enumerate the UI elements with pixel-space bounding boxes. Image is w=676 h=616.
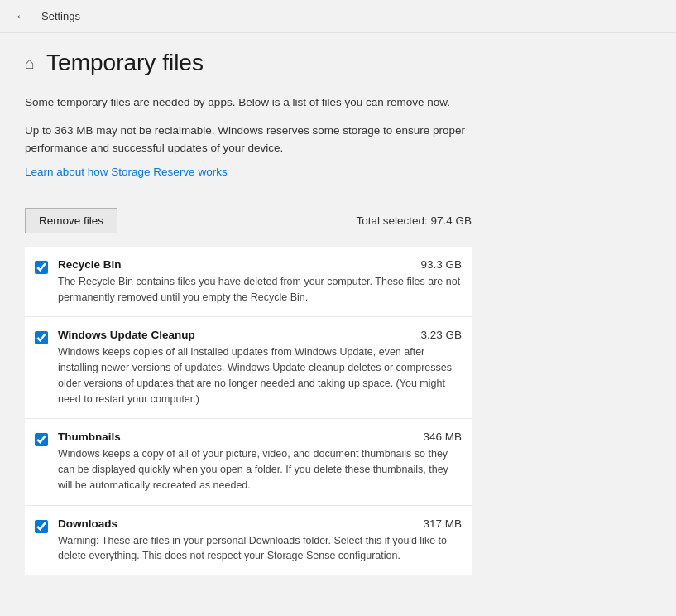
file-header-row: Recycle Bin 93.3 GB — [58, 258, 462, 271]
file-name: Downloads — [58, 517, 117, 530]
file-checkbox-wrap[interactable] — [35, 261, 48, 277]
file-header-row: Thumbnails 346 MB — [58, 431, 462, 443]
file-item: Recycle Bin 93.3 GB The Recycle Bin cont… — [25, 247, 472, 318]
back-button[interactable]: ← — [10, 7, 33, 26]
file-checkbox-3[interactable] — [35, 520, 48, 533]
description-text: Some temporary files are needed by apps.… — [25, 94, 472, 111]
file-checkbox-wrap[interactable] — [35, 520, 48, 536]
back-icon: ← — [15, 9, 28, 24]
file-checkbox-0[interactable] — [35, 261, 48, 274]
file-checkbox-wrap[interactable] — [35, 433, 48, 449]
file-item: Windows Update Cleanup 3.23 GB Windows k… — [25, 317, 472, 419]
file-item: Thumbnails 346 MB Windows keeps a copy o… — [25, 419, 472, 505]
file-description: Windows keeps a copy of all of your pict… — [58, 446, 462, 493]
page-header: ⌂ Temporary files — [25, 50, 472, 76]
file-info: Recycle Bin 93.3 GB The Recycle Bin cont… — [58, 258, 462, 306]
titlebar-title: Settings — [41, 10, 80, 22]
file-size: 317 MB — [423, 517, 462, 530]
file-info: Thumbnails 346 MB Windows keeps a copy o… — [58, 431, 462, 493]
file-item: Downloads 317 MB Warning: These are file… — [25, 506, 472, 576]
file-description: The Recycle Bin contains files you have … — [58, 274, 462, 306]
file-checkbox-2[interactable] — [35, 433, 48, 446]
file-name: Windows Update Cleanup — [58, 329, 195, 341]
file-size: 346 MB — [423, 431, 462, 443]
file-info: Windows Update Cleanup 3.23 GB Windows k… — [58, 329, 462, 407]
file-name: Thumbnails — [58, 431, 121, 443]
action-row: Remove files Total selected: 97.4 GB — [25, 208, 472, 233]
file-size: 3.23 GB — [420, 329, 462, 341]
file-header-row: Downloads 317 MB — [58, 517, 462, 530]
total-selected-label: Total selected: 97.4 GB — [356, 214, 472, 227]
file-info: Downloads 317 MB Warning: These are file… — [58, 517, 462, 565]
file-name: Recycle Bin — [58, 258, 122, 271]
file-size: 93.3 GB — [420, 258, 462, 271]
file-description: Windows keeps copies of all installed up… — [58, 344, 462, 407]
storage-note: Up to 363 MB may not be reclaimable. Win… — [25, 123, 472, 156]
file-checkbox-1[interactable] — [35, 331, 48, 344]
file-checkbox-wrap[interactable] — [35, 331, 48, 347]
remove-files-button[interactable]: Remove files — [25, 208, 117, 233]
home-icon: ⌂ — [25, 54, 35, 73]
file-list: Recycle Bin 93.3 GB The Recycle Bin cont… — [25, 247, 472, 575]
file-description: Warning: These are files in your persona… — [58, 533, 462, 565]
page-title: Temporary files — [46, 50, 204, 76]
file-header-row: Windows Update Cleanup 3.23 GB — [58, 329, 462, 341]
learn-link[interactable]: Learn about how Storage Reserve works — [25, 166, 228, 178]
